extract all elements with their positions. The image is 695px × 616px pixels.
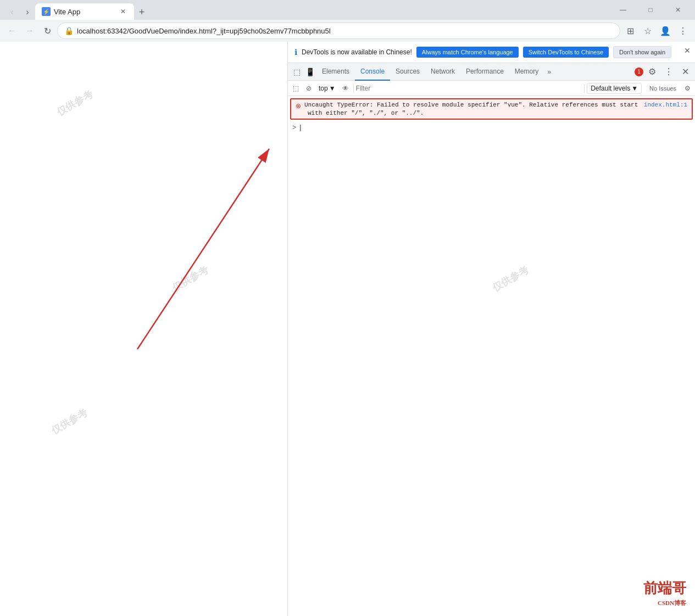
lock-icon: 🔒: [64, 26, 74, 35]
nav-right-icons: ⊞ ☆ 👤 ⋮: [622, 23, 691, 38]
address-bar[interactable]: 🔒 localhost:63342/GoodVueDemo/index.html…: [57, 23, 620, 39]
separator-2: [584, 84, 585, 93]
tab-performance[interactable]: Performance: [460, 63, 509, 81]
devtools-settings-btn[interactable]: ⚙: [644, 64, 660, 80]
tab-console[interactable]: Console: [355, 63, 390, 81]
csdn-watermark: 前端哥 CSDN博客: [643, 579, 686, 607]
error-message-text-2: with either "/", "./", or "../".: [308, 110, 687, 116]
tab-elements[interactable]: Elements: [316, 63, 355, 81]
window-close-btn[interactable]: ✕: [665, 1, 691, 19]
error-entry: ⊗ Uncaught TypeError: Failed to resolve …: [290, 98, 693, 120]
watermark-3: 仅供参考: [49, 406, 90, 438]
console-input-row: > |: [288, 122, 695, 134]
tab-memory[interactable]: Memory: [509, 63, 544, 81]
switch-devtools-btn[interactable]: Switch DevTools to Chinese: [523, 47, 609, 58]
error-entry-icon: ⊗: [296, 102, 301, 110]
refresh-btn[interactable]: ↻: [40, 23, 55, 38]
tab-close-btn[interactable]: ✕: [119, 7, 127, 16]
annotation-arrow: [0, 42, 287, 616]
svg-line-1: [137, 149, 269, 349]
device-icon[interactable]: 📱: [303, 65, 316, 79]
url-text: localhost:63342/GoodVueDemo/index.html?_…: [77, 27, 613, 35]
csdn-brand-text: 前端哥: [643, 579, 686, 598]
devtools-tab-actions: 1 ⚙ ⋮ ✕: [635, 64, 693, 80]
filter-toggle-btn[interactable]: ⊘: [303, 83, 314, 94]
main-content: 仅供参考 仅供参考 仅供参考 ℹ DevTools is now availab…: [0, 42, 695, 616]
tab-favicon: ⚡: [42, 7, 51, 16]
filter-input[interactable]: [356, 83, 582, 94]
console-output: ⊗ Uncaught TypeError: Failed to resolve …: [288, 96, 695, 616]
window-controls: — □ ✕: [610, 1, 691, 19]
translate-btn[interactable]: ⊞: [622, 23, 638, 38]
active-tab[interactable]: ⚡ Vite App ✕: [35, 3, 134, 20]
error-line: ⊗ Uncaught TypeError: Failed to resolve …: [296, 102, 687, 110]
notification-text: DevTools is now available in Chinese!: [302, 48, 412, 56]
error-badge: 1: [635, 68, 643, 76]
tab-group-forward-btn[interactable]: ›: [20, 4, 35, 20]
devtools-panel: ℹ DevTools is now available in Chinese! …: [287, 42, 695, 616]
console-prompt: >: [292, 124, 296, 132]
back-btn[interactable]: ←: [4, 23, 20, 38]
info-icon: ℹ: [294, 48, 297, 57]
console-settings-btn[interactable]: ⚙: [682, 83, 693, 94]
browser-window: ‹ › ⚡ Vite App ✕ + — □ ✕ ← → ↻ 🔒 localho…: [0, 0, 695, 616]
title-bar: ‹ › ⚡ Vite App ✕ + — □ ✕: [0, 0, 695, 20]
notification-close-btn[interactable]: ✕: [684, 46, 691, 55]
issues-label: No Issues: [646, 84, 680, 93]
watermark-1: 仅供参考: [54, 88, 95, 119]
devtools-close-btn[interactable]: ✕: [677, 64, 693, 80]
error-file-link[interactable]: index.html:1: [644, 102, 687, 108]
separator-1: [353, 84, 354, 93]
devtools-tabs: ⬚ 📱 Elements Console Sources Network Per…: [288, 63, 695, 81]
tab-sources[interactable]: Sources: [390, 63, 425, 81]
context-select[interactable]: top ▼: [316, 83, 338, 93]
log-levels-select[interactable]: Default levels ▼: [587, 83, 642, 94]
tab-network[interactable]: Network: [425, 63, 460, 81]
menu-btn[interactable]: ⋮: [675, 23, 691, 38]
csdn-sub-text: CSDN博客: [643, 599, 686, 607]
eye-btn[interactable]: 👁: [340, 83, 351, 94]
watermark-2: 仅供参考: [170, 264, 210, 295]
tab-title: Vite App: [54, 8, 115, 16]
console-toolbar: ⬚ ⊘ top ▼ 👁 Default levels ▼ No Issues ⚙: [288, 81, 695, 96]
forward-btn[interactable]: →: [22, 23, 37, 38]
match-language-btn[interactable]: Always match Chrome's language: [416, 47, 519, 58]
nav-bar: ← → ↻ 🔒 localhost:63342/GoodVueDemo/inde…: [0, 20, 695, 42]
more-tabs-btn[interactable]: »: [544, 68, 554, 76]
error-message-text: Uncaught TypeError: Failed to resolve mo…: [304, 102, 641, 108]
devtools-more-btn[interactable]: ⋮: [661, 64, 676, 80]
page-area: 仅供参考 仅供参考 仅供参考: [0, 42, 287, 616]
console-cursor: |: [298, 124, 302, 132]
inspect-icon[interactable]: ⬚: [290, 65, 303, 79]
profile-btn[interactable]: 👤: [658, 23, 673, 38]
dont-show-again-btn[interactable]: Don't show again: [613, 46, 671, 58]
watermark-right: 仅供参考: [491, 272, 530, 285]
tab-bar: ‹ › ⚡ Vite App ✕ +: [4, 0, 608, 20]
minimize-btn[interactable]: —: [610, 1, 636, 19]
tab-group-back-btn[interactable]: ‹: [4, 4, 20, 20]
maximize-btn[interactable]: □: [638, 1, 663, 19]
devtools-notification: ℹ DevTools is now available in Chinese! …: [288, 42, 695, 63]
new-tab-btn[interactable]: +: [134, 4, 149, 20]
clear-console-btn[interactable]: ⬚: [290, 83, 301, 94]
bookmark-btn[interactable]: ☆: [640, 23, 655, 38]
error-line-2: with either "/", "./", or "../".: [308, 110, 687, 116]
